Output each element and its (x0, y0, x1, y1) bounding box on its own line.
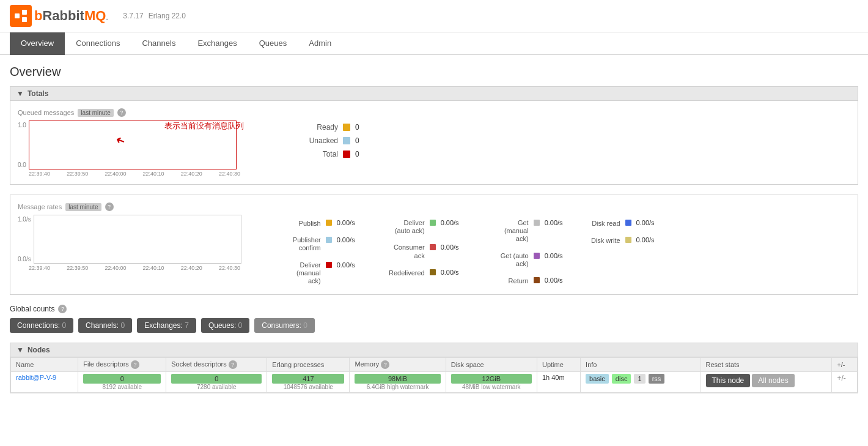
info-disc-tag[interactable]: disc (612, 374, 631, 384)
col-memory: Memory ? (350, 358, 446, 372)
disk-cell: 12GiB 48MiB low watermark (446, 372, 537, 393)
file-desc-value: 0 (83, 374, 161, 384)
erlang-value: 417 (272, 374, 344, 384)
disk-read-value: 0.00/s (636, 219, 655, 226)
uptime-cell: 1h 40m (537, 372, 580, 393)
stat-ready: Ready 0 (277, 123, 359, 132)
node-name-link[interactable]: rabbit@P-V-9 (16, 374, 56, 381)
col-socket-desc: Socket descriptors ? (166, 358, 267, 372)
global-counts-list: Connections: 0 Channels: 0 Exchanges: 7 … (10, 318, 858, 333)
rtime-0: 22:39:40 (29, 265, 50, 271)
col-plus-minus: +/- (832, 358, 858, 372)
disk-write-value: 0.00/s (636, 236, 655, 243)
nodes-header[interactable]: ▼ Nodes (10, 343, 858, 357)
col-disk: Disk space (446, 358, 537, 372)
rate-publisher-confirm: Publisherconfirm 0.00/s (266, 234, 355, 254)
pub-confirm-label: Publisherconfirm (266, 236, 321, 252)
nav-connections[interactable]: Connections (65, 32, 131, 55)
disk-available: 48MiB low watermark (451, 384, 532, 390)
rate-consumer-ack: Consumerack 0.00/s (370, 242, 459, 261)
rtime-2: 22:40:00 (105, 265, 126, 271)
queued-messages-label: Queued messages last minute ? (18, 108, 850, 117)
deliver-manual-value: 0.00/s (337, 261, 355, 269)
total-value: 0 (355, 150, 359, 158)
rates-col1: Publish 0.00/s Publisherconfirm 0.00/s D… (266, 217, 355, 287)
consumer-ack-color (430, 244, 436, 250)
global-counts-help[interactable]: ? (58, 305, 67, 313)
rate-disk-write: Disk write 0.00/s (578, 234, 655, 247)
col-name: Name (11, 358, 78, 372)
info-basic-tag[interactable]: basic (586, 374, 609, 384)
totals-label: Totals (28, 89, 48, 98)
unacked-color (343, 137, 350, 144)
rtime-3: 22:40:10 (143, 265, 164, 271)
nav: Overview Connections Channels Exchanges … (0, 32, 868, 55)
deliver-auto-label: Deliver(auto ack) (370, 219, 425, 235)
time-0: 22:39:40 (29, 171, 50, 177)
socket-desc-cell: 0 7280 available (166, 372, 267, 393)
logo-text: bRabbitMQ. (34, 8, 108, 24)
nodes-label: Nodes (28, 346, 50, 354)
nav-overview[interactable]: Overview (10, 32, 65, 55)
totals-header[interactable]: ▼ Totals (10, 86, 858, 101)
queued-chart-wrapper: 1.0 0.0 22:39:40 22:39:50 22:40:00 22:40… (18, 121, 240, 177)
memory-available: 6.4GiB high watermark (355, 384, 440, 390)
rate-get-auto: Get (autoack) 0.00/s (474, 250, 563, 270)
queued-help[interactable]: ? (117, 108, 126, 117)
nav-queues[interactable]: Queues (248, 32, 298, 55)
logo-icon (10, 5, 32, 27)
get-manual-color (534, 220, 540, 226)
nodes-body: Name File descriptors ? Socket descripto… (10, 357, 858, 393)
disk-write-label: Disk write (578, 236, 620, 245)
rates-help[interactable]: ? (105, 203, 114, 211)
rtime-1: 22:39:50 (67, 265, 88, 271)
info-1-tag[interactable]: 1 (634, 374, 645, 384)
rates-body: Message rates last minute ? 1.0/s 0.0/s (10, 195, 858, 295)
rates-col4: Disk read 0.00/s Disk write 0.00/s (578, 217, 655, 247)
stat-unacked: Unacked 0 (277, 136, 359, 145)
rates-col2: Deliver(auto ack) 0.00/s Consumerack 0.0… (370, 217, 459, 279)
nodes-section: ▼ Nodes Name File descriptors ? Socket d… (10, 343, 858, 393)
all-nodes-button[interactable]: All nodes (752, 374, 794, 387)
get-manual-label: Get(manualack) (474, 219, 529, 243)
stat-total: Total 0 (277, 150, 359, 158)
pub-confirm-color (326, 237, 332, 243)
info-rss-tag[interactable]: rss (649, 374, 665, 384)
plus-minus-cell: +/- (832, 372, 858, 393)
rates-col3: Get(manualack) 0.00/s Get (autoack) 0.00… (474, 217, 563, 287)
nav-admin[interactable]: Admin (298, 32, 342, 55)
nodes-table: Name File descriptors ? Socket descripto… (10, 357, 858, 393)
deliver-auto-value: 0.00/s (441, 219, 459, 226)
get-auto-value: 0.00/s (545, 252, 563, 259)
disk-read-color (625, 220, 631, 226)
count-channels: Channels: 0 (78, 318, 132, 333)
logo: bRabbitMQ. (10, 5, 108, 27)
rate-deliver-auto: Deliver(auto ack) 0.00/s (370, 217, 459, 237)
publish-label: Publish (266, 219, 321, 228)
consumer-ack-value: 0.00/s (441, 243, 459, 251)
rate-publish: Publish 0.00/s (266, 217, 355, 229)
rates-label: Message rates last minute ? (18, 203, 850, 211)
svg-rect-1 (22, 10, 27, 15)
total-color (343, 151, 350, 158)
rates-chart-wrapper: 1.0/s 0.0/s 22:39:40 22:39:50 22:40:00 2… (18, 215, 241, 271)
time-1: 22:39:50 (67, 171, 88, 177)
socket-desc-value: 0 (171, 374, 262, 384)
ready-label: Ready (277, 123, 338, 132)
this-node-button[interactable]: This node (706, 374, 751, 387)
chart-y-top: 1.0 (18, 122, 26, 128)
count-consumers: Consumers: 0 (254, 318, 315, 333)
get-manual-value: 0.00/s (545, 219, 563, 226)
time-4: 22:40:20 (181, 171, 202, 177)
nav-channels[interactable]: Channels (131, 32, 186, 55)
col-reset: Reset stats (701, 358, 832, 372)
deliver-manual-color (326, 262, 332, 268)
message-rates-section: Message rates last minute ? 1.0/s 0.0/s (10, 195, 858, 295)
disk-write-color (625, 237, 631, 243)
svg-rect-0 (15, 13, 20, 18)
get-auto-color (534, 253, 540, 259)
rate-deliver-manual: Deliver(manualack) 0.00/s (266, 259, 355, 288)
nav-exchanges[interactable]: Exchanges (186, 32, 248, 55)
pub-confirm-value: 0.00/s (337, 236, 355, 243)
uptime-value: 1h 40m (542, 374, 565, 381)
